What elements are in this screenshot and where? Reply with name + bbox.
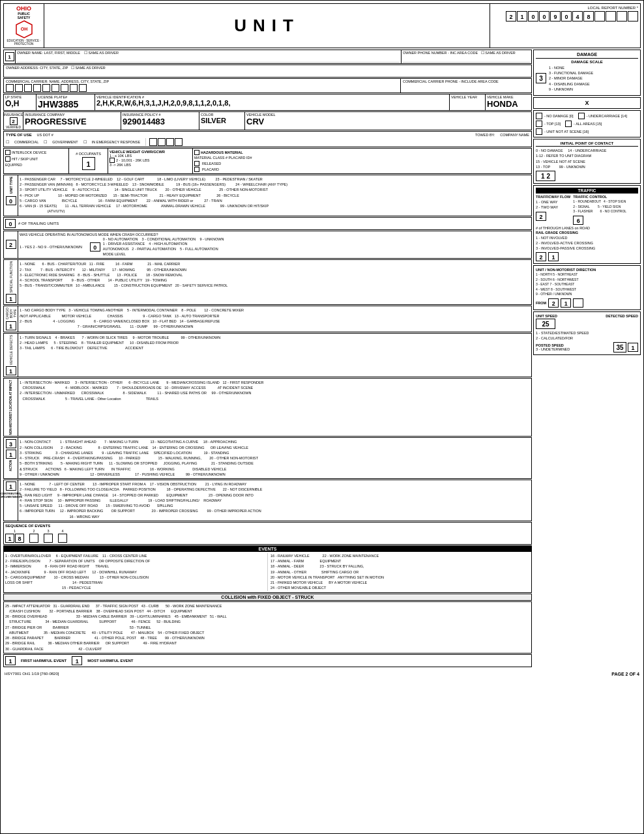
rn-cell-3: 0	[528, 11, 538, 22]
contrib-value: 1	[6, 482, 16, 491]
rn-cell-8: 8	[583, 11, 594, 22]
owner-phone-label: OWNER PHONE NUMBER - INC AREA CODE ☐ SAM…	[403, 51, 530, 55]
contact-label: INITIAL POINT OF CONTACT	[536, 141, 638, 147]
direction-label: UNIT / NON-MOTORIST DIRECTION	[536, 268, 638, 272]
other: 9 - OTHER / UNKNOWN	[536, 292, 638, 297]
rn-cell-1: 2	[506, 11, 516, 22]
vin-value: 2,H,K,R,W,6,H,3,1,J,H,2,0,9,8,1,1,2,0,1,…	[96, 99, 448, 107]
damage-label: DAMAGE	[536, 52, 638, 59]
hit-skip-label: HIT / SKIP UNIT	[12, 157, 38, 161]
unit-speed-value: 25	[536, 319, 555, 329]
type-use-label: TYPE OF USE	[6, 133, 32, 137]
seq-2	[29, 534, 38, 543]
cargo-label: CARGOBODYTYPE	[5, 308, 17, 319]
stated-label: 1 - STATED/ESTIMATED SPEED	[536, 330, 638, 336]
seq-1-1: 1	[5, 534, 14, 543]
two-way: 2 - TWO WAY	[536, 205, 570, 210]
posted-value2: 1	[628, 343, 638, 352]
to-value: 1	[561, 298, 571, 308]
east: 3 - EAST 7 - SOUTHEAST	[536, 282, 638, 287]
rn-cell-4: 0	[539, 11, 549, 22]
form-number: HSY7001 OH1 1/19 [760-0820]	[5, 672, 59, 676]
c14: 14 - UNDERCARRIAGE	[568, 149, 606, 152]
one-way: 1 - ONE WAY	[536, 199, 570, 205]
damage-scale-label: DAMAGE SCALE	[536, 60, 638, 64]
involved-value: 2	[536, 252, 546, 261]
first-harmful-value: 1	[5, 656, 16, 665]
occupants-value: 1	[82, 157, 95, 170]
not-involved: 1 - NOT INVOLVED	[536, 235, 638, 240]
action-value: 3	[6, 439, 16, 448]
trailing-label: # OF TRAILING UNITS	[18, 222, 59, 225]
hazmat-label: HAZARDOUS MATERIAL	[201, 151, 243, 154]
most-harmful-label: MOST HARMFUL EVENT	[87, 659, 133, 663]
dept-sub-label: EDUCATION · SERVICE · PROTECTION	[5, 39, 42, 46]
seq-1-2: 8	[15, 534, 24, 543]
calculated-label: 2 - CALCULATED/FOR	[536, 336, 638, 341]
no-damage-label: - NO DAMAGE [0]	[544, 114, 574, 118]
rn-cell-10	[606, 11, 616, 22]
rn-cell-6: 0	[561, 11, 572, 22]
rail-grade-label: RAIL GRADE CROSSING	[536, 231, 638, 235]
unit-speed-label: UNIT SPEED	[536, 314, 557, 318]
autonomous-label: WAS VEHICLE OPERATING IN AUTONOMOUS MODE…	[20, 233, 530, 237]
c13: 13 - TOP	[536, 165, 550, 169]
occupants-label: # OCCUPANTS	[76, 152, 101, 156]
d1: 1 - NONE	[549, 65, 593, 70]
unit-type-value: 0	[6, 196, 16, 205]
released-label: RELEASED	[202, 162, 221, 165]
traffic-control-value: 6	[573, 216, 583, 225]
first-harmful-label: FIRST HARMFUL EVENT	[21, 659, 66, 663]
unit-type-label: UNIT TYPE	[9, 177, 13, 194]
passive-value: 1	[548, 252, 559, 261]
from-value: 2	[548, 298, 559, 308]
placard-label: PLACARD	[202, 167, 219, 171]
extra-dir-value	[573, 298, 583, 308]
rn-cell-7: 4	[572, 11, 583, 22]
north: 1 - NORTH 5 - NORTHEAST	[536, 272, 638, 278]
towed-label: TOWED BY:	[475, 133, 495, 137]
top-label: - TOP [13]	[544, 122, 561, 126]
x-label: X	[585, 100, 589, 106]
c15: 15 - VEHICLE NOT AT SCENE	[536, 160, 585, 164]
ohio-shield-icon: OH	[15, 20, 33, 39]
d4: 4 - DISABLING DAMAGE	[549, 81, 593, 87]
rn-cell-11	[617, 11, 627, 22]
undetermined-label: 3 - UNDETERMINED	[536, 347, 570, 351]
action-label: ACTION	[9, 460, 12, 471]
report-number-label: LOCAL REPORT NUMBER *	[492, 6, 638, 10]
c0: 0 - NO DAMAGE	[536, 149, 563, 152]
commercial-label: COMMERCIAL	[14, 140, 38, 144]
passive-crossing: 3 - INVOLVED-PASSIVE CROSSING	[536, 246, 638, 251]
active-crossing: 2 - INVOLVED-ACTIVE CROSSING	[536, 240, 638, 246]
traffic-label: TRAFFIC	[536, 188, 638, 194]
svg-text:OH: OH	[20, 27, 27, 31]
most-harmful-value: 1	[72, 656, 82, 665]
west: 4 - WEST 8 - SOUTHWEST	[536, 287, 638, 293]
special-function-label: SPECIAL FUNCTION	[9, 261, 13, 293]
page: OHIO PUBLICSAFETY OH EDUCATION · SERVICE…	[0, 0, 644, 834]
rn-cell-5: 9	[550, 11, 561, 22]
w2: 2 - 10,001 - 26K LBS	[116, 158, 149, 162]
damage-value: 3	[536, 73, 546, 83]
action-value2: 1	[6, 450, 16, 459]
government-label: GOVERNMENT	[52, 140, 78, 144]
page-info: PAGE 2 OF 4	[611, 672, 639, 676]
special-function-value: 1	[6, 294, 16, 303]
collision-text: COLLISION with FIXED OBJECT - STRUCK	[3, 594, 532, 601]
defects-value: 1	[6, 366, 16, 375]
company-value: PROGRESSIVE	[25, 117, 119, 126]
from-label: FROM	[536, 301, 546, 305]
insurance-verified-box: 2	[10, 117, 18, 125]
d5: 9 - UNKNOWN	[549, 87, 593, 92]
non-motorist-label: NON-MOTORIST LOCATION AT IMPACT	[9, 380, 12, 435]
rn-cell-12	[628, 11, 638, 22]
make-value: HONDA	[487, 99, 530, 109]
autonomous-value: 2	[6, 240, 16, 249]
dept-label: PUBLICSAFETY	[18, 12, 31, 20]
south: 2 - SOUTH 6 - NORTHWEST	[536, 278, 638, 283]
sequence-label: SEQUENCE OF EVENTS	[5, 524, 530, 528]
unit-number-box: 1	[5, 52, 14, 61]
usdot-label: US DOT #	[37, 133, 53, 137]
lp-state-value: O,H	[5, 99, 35, 108]
